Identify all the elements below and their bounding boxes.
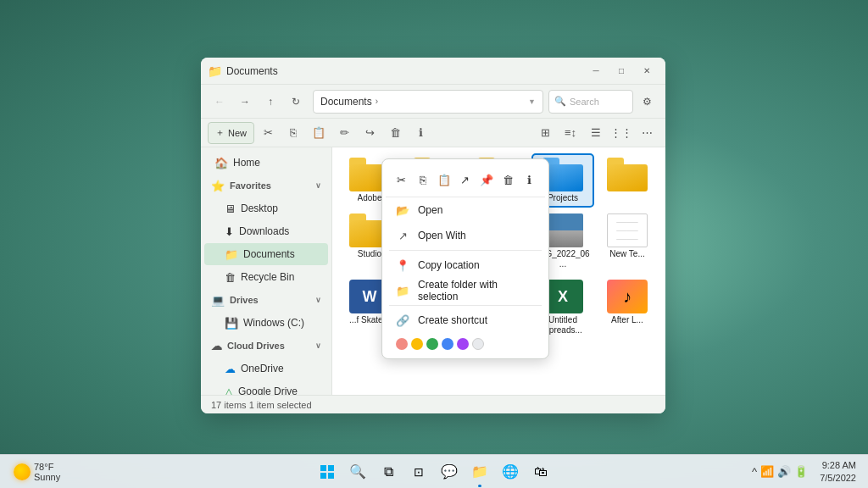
sidebar-favorites-header[interactable]: ⭐ Favorites ∨ bbox=[204, 175, 328, 197]
sidebar-drives-header[interactable]: 💻 Drives ∨ bbox=[204, 289, 328, 311]
more-button[interactable]: ⋯ bbox=[635, 122, 659, 144]
settings-button[interactable]: ⚙ bbox=[635, 90, 659, 114]
folder-icon-unnamed bbox=[607, 158, 648, 191]
maximize-button[interactable]: □ bbox=[609, 63, 633, 80]
ctx-create-shortcut-label: Create shortcut bbox=[418, 314, 487, 326]
taskbar-left: 78°F Sunny bbox=[0, 458, 67, 485]
sidebar-item-home[interactable]: 🏠 Home bbox=[204, 152, 328, 174]
show-button[interactable]: ⋮⋮ bbox=[609, 122, 633, 144]
search-placeholder: Search bbox=[570, 97, 599, 107]
ctx-cut-button[interactable]: ✂ bbox=[392, 168, 410, 191]
close-button[interactable]: ✕ bbox=[635, 63, 659, 80]
sidebar-item-recycle-bin[interactable]: 🗑 Recycle Bin bbox=[204, 266, 328, 288]
clock-date: 7/5/2022 bbox=[820, 472, 856, 484]
ctx-open-with-icon: ↗ bbox=[396, 230, 409, 242]
ctx-divider-2 bbox=[389, 305, 542, 306]
ctx-copy-location-label: Copy location bbox=[418, 259, 480, 271]
share-button[interactable]: ↪ bbox=[358, 122, 381, 144]
sidebar-item-onedrive[interactable]: ☁ OneDrive bbox=[204, 358, 328, 380]
weather-widget[interactable]: 78°F Sunny bbox=[7, 458, 67, 485]
ctx-open-icon: 📂 bbox=[396, 204, 409, 217]
taskbar-search-button[interactable]: 🔍 bbox=[344, 458, 371, 485]
sidebar-item-documents[interactable]: 📁 Documents bbox=[204, 243, 328, 265]
sidebar-onedrive-label: OneDrive bbox=[241, 363, 284, 374]
file-label-studio: Studio bbox=[358, 249, 381, 259]
file-item-unnamed[interactable] bbox=[597, 154, 658, 207]
drives-icon: 💻 bbox=[211, 294, 225, 307]
minimize-button[interactable]: ─ bbox=[584, 63, 608, 80]
group-button[interactable]: ☰ bbox=[584, 122, 608, 144]
file-item-newtext[interactable]: ──────────── New Te... bbox=[597, 210, 658, 273]
info-button[interactable]: ℹ bbox=[409, 122, 432, 144]
color-dot-purple[interactable] bbox=[457, 338, 469, 350]
sort-button[interactable]: ≡↕ bbox=[559, 122, 582, 144]
edge-button[interactable]: 🌐 bbox=[497, 458, 524, 485]
desktop-icon: 🖥 bbox=[225, 202, 236, 215]
downloads-icon: ⬇ bbox=[225, 225, 234, 238]
teams-button[interactable]: 💬 bbox=[436, 458, 463, 485]
file-item-music[interactable]: ♪ After L... bbox=[597, 276, 658, 339]
weather-icon bbox=[14, 463, 31, 480]
sidebar-cloud-label: Cloud Drives bbox=[227, 341, 285, 351]
rename-button[interactable]: ✏ bbox=[332, 122, 356, 144]
ribbon: ＋ New ✂ ⎘ 📋 ✏ ↪ 🗑 ℹ ⊞ ≡↕ ☰ ⋮⋮ ⋯ bbox=[201, 119, 665, 147]
title-bar: 📁 Documents ─ □ ✕ bbox=[201, 58, 665, 85]
sound-tray-icon: 🔊 bbox=[777, 465, 791, 478]
address-text: Documents bbox=[320, 96, 372, 108]
context-menu: ✂ ⎘ 📋 ↗ 📌 🗑 ℹ 📂 Open ↗ Open With 📍 Copy … bbox=[381, 158, 549, 359]
weather-info: 78°F Sunny bbox=[34, 462, 60, 482]
start-button[interactable] bbox=[314, 458, 341, 485]
favorites-chevron: ∨ bbox=[315, 181, 321, 190]
search-box[interactable]: 🔍 Search bbox=[548, 90, 633, 114]
window-title: Documents bbox=[226, 65, 584, 77]
ctx-copy-button[interactable]: ⎘ bbox=[414, 168, 431, 191]
ctx-pin-button[interactable]: 📌 bbox=[478, 168, 496, 191]
ctx-delete-button[interactable]: 🗑 bbox=[499, 168, 517, 191]
recycle-bin-icon: 🗑 bbox=[225, 271, 236, 284]
task-view-button[interactable]: ⧉ bbox=[375, 458, 402, 485]
sidebar-google-drive-label: Google Drive bbox=[238, 385, 298, 395]
file-explorer-taskbar-button[interactable]: 📁 bbox=[466, 458, 493, 485]
sidebar-item-desktop[interactable]: 🖥 Desktop bbox=[204, 197, 328, 219]
cloud-chevron: ∨ bbox=[315, 341, 321, 350]
ctx-share-button[interactable]: ↗ bbox=[456, 168, 474, 191]
sidebar-item-downloads[interactable]: ⬇ Downloads bbox=[204, 220, 328, 242]
up-button[interactable]: ↑ bbox=[259, 90, 282, 114]
cut-button[interactable]: ✂ bbox=[256, 122, 280, 144]
address-bar[interactable]: Documents › ▼ bbox=[313, 90, 543, 114]
new-button[interactable]: ＋ New bbox=[208, 122, 254, 144]
ctx-open-with-item[interactable]: ↗ Open With bbox=[386, 223, 545, 248]
widgets-button[interactable]: ⊡ bbox=[405, 458, 432, 485]
view-gallery-button[interactable]: ⊞ bbox=[533, 122, 557, 144]
sidebar: 🏠 Home ⭐ Favorites ∨ 🖥 Desktop ⬇ Downloa… bbox=[201, 147, 332, 395]
color-dot-green[interactable] bbox=[426, 338, 438, 350]
system-clock[interactable]: 9:28 AM 7/5/2022 bbox=[815, 458, 861, 485]
copy-button[interactable]: ⎘ bbox=[281, 122, 305, 144]
forward-button[interactable]: → bbox=[233, 90, 257, 114]
sidebar-item-windows-c[interactable]: 💾 Windows (C:) bbox=[204, 312, 328, 334]
sidebar-item-google-drive[interactable]: △ Google Drive bbox=[204, 380, 328, 395]
ctx-copy-location-item[interactable]: 📍 Copy location bbox=[386, 252, 545, 278]
system-tray[interactable]: ^ 📶 🔊 🔋 bbox=[747, 462, 813, 481]
paste-button[interactable]: 📋 bbox=[307, 122, 331, 144]
back-button[interactable]: ← bbox=[208, 90, 231, 114]
ctx-open-item[interactable]: 📂 Open bbox=[386, 197, 545, 223]
color-dot-red[interactable] bbox=[396, 338, 408, 350]
file-label-adobe: Adobe bbox=[358, 193, 382, 203]
sidebar-drives-label: Drives bbox=[230, 295, 259, 305]
ctx-open-with-label: Open With bbox=[418, 230, 466, 241]
delete-button[interactable]: 🗑 bbox=[383, 122, 407, 144]
color-dot-gray[interactable] bbox=[472, 338, 484, 350]
color-dot-yellow[interactable] bbox=[411, 338, 423, 350]
refresh-button[interactable]: ↻ bbox=[284, 90, 308, 114]
ctx-paste-button[interactable]: 📋 bbox=[435, 168, 453, 191]
ctx-create-shortcut-item[interactable]: 🔗 Create shortcut bbox=[386, 308, 545, 333]
store-button[interactable]: 🛍 bbox=[527, 458, 554, 485]
ctx-create-folder-item[interactable]: 📁 Create folder with selection bbox=[386, 278, 545, 303]
new-icon: ＋ bbox=[215, 126, 225, 139]
ctx-create-folder-label: Create folder with selection bbox=[418, 279, 535, 302]
color-dot-blue[interactable] bbox=[442, 338, 453, 350]
sidebar-cloud-header[interactable]: ☁ Cloud Drives ∨ bbox=[204, 335, 328, 357]
ctx-divider-1 bbox=[389, 250, 542, 251]
ctx-info-button[interactable]: ℹ bbox=[520, 168, 538, 191]
